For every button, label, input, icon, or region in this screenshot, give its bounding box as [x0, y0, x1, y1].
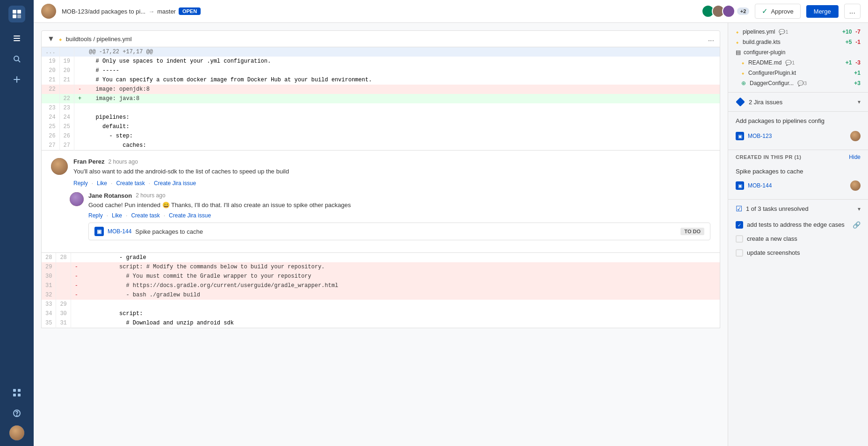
reply-author-avatar	[70, 192, 84, 206]
task-link-icon-1[interactable]: 🔗	[853, 221, 861, 229]
jira-diamond-icon	[736, 97, 745, 107]
folder-item: ▤ configurer-plugin	[728, 47, 868, 58]
file-list-item[interactable]: ⬥ build.gradle.kts +5 -1	[728, 37, 868, 47]
merge-button[interactable]: Merge	[806, 5, 839, 18]
approve-check-icon: ✓	[762, 7, 768, 15]
tasks-header[interactable]: ☑ 1 of 3 tasks unresolved ▾	[728, 200, 868, 218]
diff-hunk-header: ... @@ -17,22 +17,17 @@	[42, 47, 720, 57]
reply-reply-link[interactable]: Reply	[88, 212, 103, 219]
reply-author-name: Jane Rotanson	[88, 192, 132, 199]
file-list-item[interactable]: ⬥ ConfigurerPlugin.kt +1	[728, 68, 868, 78]
task-checkbox-2[interactable]	[736, 235, 743, 243]
comment-timestamp: 2 hours ago	[108, 158, 137, 165]
hide-created-link[interactable]: Hide	[849, 154, 861, 160]
file-name: build.gradle.kts	[743, 39, 781, 45]
tasks-chevron-icon: ▾	[858, 206, 861, 212]
diff-line-removed: 22 - image: openjdk:8	[42, 85, 720, 94]
file-icon-yellow: ⬥	[736, 29, 739, 35]
comment-create-task-link[interactable]: Create task	[116, 180, 145, 187]
sidebar-apps-icon[interactable]	[8, 384, 25, 401]
task-checkbox-3[interactable]	[736, 249, 743, 257]
collapse-file-icon[interactable]: ▼	[47, 35, 55, 43]
app-logo[interactable]	[8, 6, 25, 22]
file-icon-yellow: ⬥	[741, 70, 745, 76]
diff-table-after: 28 28 - gradle 29 - script: # Modify the…	[41, 253, 720, 328]
svg-rect-5	[14, 38, 20, 39]
approve-button[interactable]: ✓ Approve	[755, 4, 800, 19]
comment-body: Fran Perez 2 hours ago You'll also want …	[73, 158, 710, 187]
reply-create-task-link[interactable]: Create task	[131, 212, 159, 219]
svg-rect-0	[13, 10, 16, 14]
reply-body: Jane Rotanson 2 hours ago Good cache! Pu…	[88, 192, 710, 241]
spike-issue-id[interactable]: MOB-144	[748, 182, 772, 189]
comment-text: You'll also want to add the android-sdk …	[73, 167, 710, 176]
created-in-pr-header: CREATED IN THIS PR (1) Hide	[728, 150, 868, 164]
task-text-1: add tests to address the edge cases	[747, 221, 849, 229]
diff-line: 20 20 # -----	[42, 66, 720, 75]
sidebar-search-icon[interactable]	[8, 50, 25, 67]
pr-branch-info: MOB-123/add packages to pi... → master O…	[62, 7, 201, 15]
file-name: README.md	[748, 59, 781, 66]
jira-section-title: 2 Jira issues	[749, 99, 854, 106]
file-name: DaggerConfigur...	[750, 80, 794, 86]
folder-icon: ▤	[736, 49, 741, 56]
reply-create-jira-link[interactable]: Create Jira issue	[169, 212, 211, 219]
sidebar-help-icon[interactable]	[8, 405, 25, 422]
task-text-2: create a new class	[747, 235, 861, 243]
sidebar-menu-icon[interactable]	[8, 30, 25, 47]
sidebar	[0, 0, 34, 446]
sidebar-user-avatar[interactable]	[9, 425, 24, 440]
comment-author-name: Fran Perez	[73, 158, 104, 165]
reply-like-link[interactable]: Like	[112, 212, 122, 219]
topbar-right-actions: +2 ✓ Approve Merge ...	[702, 4, 861, 19]
diff-line-removed: 29 - script: # Modify the commands below…	[42, 262, 720, 272]
jira-card-inline: ▣ MOB-144 Spike packages to cache TO DO	[88, 223, 710, 240]
sidebar-create-icon[interactable]	[8, 71, 25, 88]
more-options-button[interactable]: ...	[844, 4, 861, 19]
right-panel: ⬥ pipelines.yml 💬1 +10 -7 ⬥ build.gradle…	[728, 23, 868, 446]
svg-rect-6	[14, 40, 20, 41]
target-branch: master	[157, 8, 176, 15]
svg-rect-12	[18, 389, 21, 392]
file-comment-count: 💬3	[797, 80, 807, 86]
file-list-item[interactable]: ⬥ README.md 💬1 +1 -3	[728, 58, 868, 68]
jira-user-avatar	[850, 131, 861, 141]
created-in-pr-title: CREATED IN THIS PR (1)	[736, 154, 801, 160]
jira-issue-icon: ▣	[736, 132, 744, 140]
file-removals: -1	[855, 39, 861, 45]
jira-section-header[interactable]: 2 Jira issues ▾	[728, 92, 868, 112]
diff-line: 33 29	[42, 300, 720, 309]
comment-like-link[interactable]: Like	[97, 180, 107, 187]
svg-rect-14	[18, 394, 21, 396]
task-item: update screenshots	[728, 246, 868, 260]
task-item: ✓ add tests to address the edge cases 🔗	[728, 218, 868, 232]
comment-thread: Fran Perez 2 hours ago You'll also want …	[41, 151, 720, 253]
jira-issue-id[interactable]: MOB-144	[108, 228, 131, 235]
task-checkbox-1[interactable]: ✓	[736, 221, 743, 229]
file-removals: -7	[855, 29, 861, 35]
comment-actions: Reply · Like · Create task · Create Jira…	[73, 180, 710, 187]
svg-rect-11	[13, 389, 16, 392]
svg-line-8	[18, 60, 20, 62]
file-more-button[interactable]: ...	[708, 35, 714, 43]
spike-issue-icon: ▣	[736, 181, 744, 190]
file-list-item[interactable]: ⬥ pipelines.yml 💬1 +10 -7	[728, 27, 868, 37]
main-content: MOB-123/add packages to pi... → master O…	[34, 0, 868, 446]
source-branch: MOB-123/add packages to pi...	[62, 8, 145, 15]
svg-point-16	[17, 415, 17, 416]
tasks-checkbox-icon: ☑	[736, 204, 742, 213]
comment-reply-link[interactable]: Reply	[73, 180, 88, 187]
spike-issue-title: Spike packages to cache	[736, 168, 861, 175]
jira-issue-id-link[interactable]: MOB-123	[748, 133, 772, 139]
comment-main: Fran Perez 2 hours ago You'll also want …	[51, 158, 710, 187]
svg-rect-13	[13, 394, 16, 396]
tasks-title: 1 of 3 tasks unresolved	[746, 205, 854, 212]
branch-arrow-icon: →	[148, 8, 154, 15]
reply-actions: Reply · Like · Create task · Create Jira…	[88, 212, 710, 219]
file-list-item[interactable]: ⊕ DaggerConfigur... 💬3 +3	[728, 78, 868, 88]
diff-line-removed: 32 - - bash ./gradlew build	[42, 290, 720, 300]
file-additions: +10	[842, 29, 852, 35]
comment-create-jira-link[interactable]: Create Jira issue	[154, 180, 196, 187]
diff-line: 34 30 script:	[42, 309, 720, 318]
jira-card-left: ▣ MOB-144 Spike packages to cache	[94, 227, 203, 236]
